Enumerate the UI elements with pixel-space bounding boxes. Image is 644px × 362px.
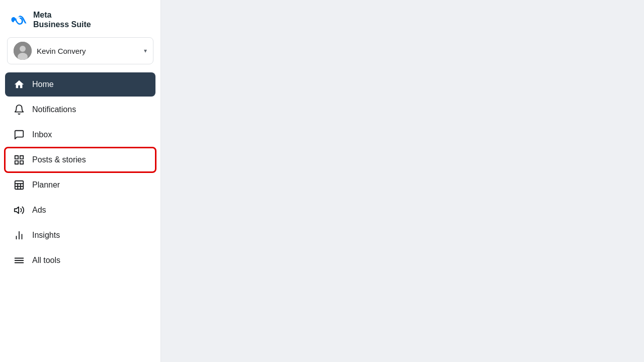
sidebar-item-notifications[interactable]: Notifications [5,98,155,122]
svg-point-1 [20,46,26,52]
logo-area: Meta Business Suite [0,0,160,37]
sidebar-item-all-tools[interactable]: All tools [5,248,155,273]
sidebar-item-planner[interactable]: Planner [5,173,155,197]
sidebar-item-notifications-label: Notifications [32,105,76,114]
svg-marker-12 [15,207,19,214]
sidebar-nav: Home Notifications Inbox [0,70,160,275]
svg-rect-4 [20,156,23,159]
menu-icon [13,254,25,266]
sidebar-item-inbox[interactable]: Inbox [5,123,155,147]
sidebar-item-ads[interactable]: Ads [5,198,155,222]
svg-rect-7 [15,181,24,190]
sidebar-item-all-tools-label: All tools [32,256,60,265]
meta-logo-icon [10,14,28,25]
bell-icon [13,104,25,116]
posts-icon [13,154,25,166]
main-content [161,0,644,362]
sidebar-item-home[interactable]: Home [5,72,155,97]
account-selector[interactable]: Kevin Convery ▾ [7,37,153,64]
sidebar-item-inbox-label: Inbox [32,130,52,139]
sidebar-item-home-label: Home [32,80,54,89]
svg-rect-5 [20,161,23,164]
sidebar-item-insights[interactable]: Insights [5,223,155,247]
logo-line2: Business Suite [33,20,91,29]
logo-text: Meta Business Suite [33,10,91,29]
planner-icon [13,179,25,191]
account-name: Kevin Convery [37,47,139,55]
home-icon [13,78,25,90]
sidebar-item-ads-label: Ads [32,206,46,215]
message-icon [13,129,25,141]
sidebar: Meta Business Suite Kevin Convery ▾ Home [0,0,161,362]
svg-rect-3 [15,156,18,159]
svg-rect-6 [15,161,18,164]
sidebar-item-posts-stories-label: Posts & stories [32,155,86,164]
ads-icon [13,204,25,216]
sidebar-item-insights-label: Insights [32,231,60,240]
chevron-down-icon: ▾ [144,47,147,54]
avatar [14,42,32,60]
sidebar-item-planner-label: Planner [32,180,60,190]
logo-line1: Meta [33,10,91,20]
sidebar-item-posts-stories[interactable]: Posts & stories [5,148,155,172]
insights-icon [13,229,25,241]
